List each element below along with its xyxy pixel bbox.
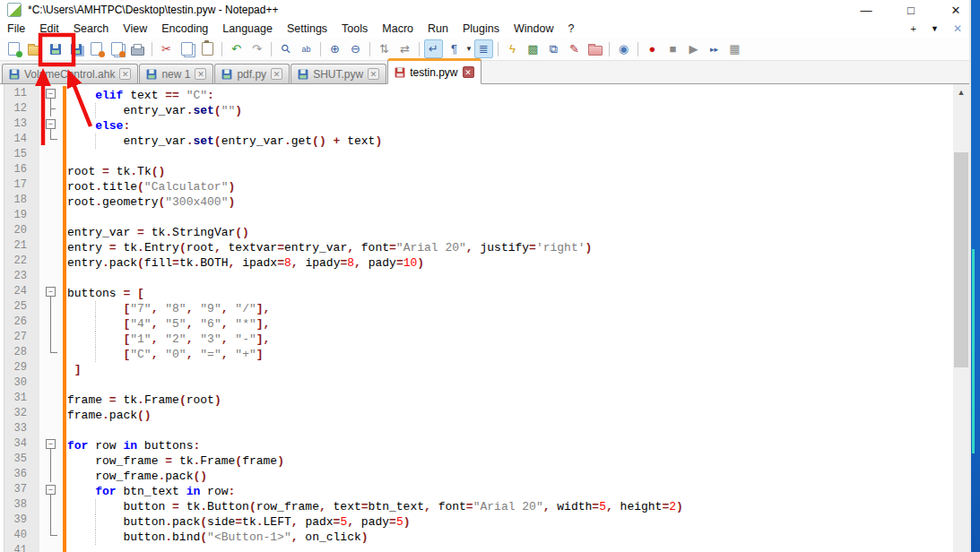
fold-collapse-icon[interactable]: − <box>46 485 56 495</box>
code-line[interactable]: ["C", "0", "=", "+"] <box>67 347 264 362</box>
code-line[interactable]: frame = tk.Frame(root) <box>67 392 221 408</box>
new-file-button[interactable] <box>4 39 23 58</box>
tab-close-icon[interactable]: ✕ <box>195 68 206 80</box>
tab-testin-pyw[interactable]: testin.pyw✕ <box>387 58 481 84</box>
menu-item-encoding[interactable]: Encoding <box>154 21 215 37</box>
folder-workspace-button[interactable] <box>585 39 604 58</box>
tab-new-1[interactable]: new 1✕ <box>139 64 213 83</box>
paste-button[interactable] <box>198 39 217 58</box>
show-all-chars-button[interactable]: ¶ <box>445 39 464 58</box>
tab-shut-pyw[interactable]: SHUT.pyw✕ <box>291 64 386 83</box>
cut-button[interactable]: ✂ <box>157 39 176 58</box>
print-button[interactable] <box>128 39 147 58</box>
tab-pdf-py[interactable]: pdf.py✕ <box>214 64 290 83</box>
word-wrap-button[interactable]: ↵ <box>424 39 443 58</box>
code-line[interactable]: button = tk.Button(row_frame, text=btn_t… <box>67 499 683 514</box>
code-line[interactable]: button.bind("<Button-1>", on_click) <box>67 530 369 545</box>
fold-marker[interactable]: − <box>39 482 63 497</box>
code-line[interactable]: entry_var = tk.StringVar() <box>67 225 249 240</box>
code-editor[interactable]: elif text == "C": entry_var.set("") else… <box>0 84 953 552</box>
sync-horizontal-button[interactable]: ⇄ <box>395 39 414 58</box>
user-dialog-button[interactable]: ϟ <box>503 39 522 58</box>
save-all-button[interactable] <box>66 39 85 58</box>
sync-vertical-button[interactable]: ⇅ <box>375 39 394 58</box>
code-line[interactable]: root.title("Calculator") <box>67 179 235 194</box>
fold-collapse-icon[interactable]: − <box>46 89 56 99</box>
code-line[interactable]: root.geometry("300x400") <box>67 194 235 210</box>
code-line[interactable]: root = tk.Tk() <box>67 164 165 179</box>
open-file-button[interactable] <box>25 39 44 58</box>
code-line[interactable]: for row in buttons: <box>67 438 200 453</box>
menu-item-language[interactable]: Language <box>215 21 280 37</box>
code-line[interactable]: buttons = [ <box>67 286 144 301</box>
menu-item-run[interactable]: Run <box>421 21 455 37</box>
tab-volumecontrol-ahk[interactable]: VolumeControl.ahk✕ <box>2 64 138 83</box>
replace-button[interactable]: ab <box>297 39 316 58</box>
macro-record-button[interactable]: ● <box>643 39 662 58</box>
code-line[interactable]: else: <box>67 118 130 134</box>
fold-collapse-icon[interactable]: − <box>46 287 56 297</box>
show-all-chars-dropdown[interactable]: ▼ <box>464 45 473 53</box>
code-line[interactable]: row_frame = tk.Frame(frame) <box>67 453 284 469</box>
save-button[interactable] <box>46 39 65 58</box>
zoom-out-button[interactable]: ⊖ <box>346 39 365 58</box>
minimize-button[interactable]: — <box>858 4 874 17</box>
fold-marker[interactable]: − <box>39 284 63 299</box>
code-line[interactable]: frame.pack() <box>67 408 152 423</box>
fold-marker[interactable]: − <box>39 86 63 101</box>
fold-collapse-icon[interactable]: − <box>46 119 56 129</box>
menu-item-file[interactable]: File <box>0 21 32 37</box>
code-line[interactable]: ["1", "2", "3", "-"], <box>67 332 270 347</box>
redo-button[interactable]: ↷ <box>247 39 266 58</box>
scrollbar-thumb[interactable] <box>954 152 968 367</box>
fold-marker[interactable]: − <box>39 116 63 132</box>
menu-item-tools[interactable]: Tools <box>334 21 375 37</box>
close-button[interactable]: ✕ <box>948 4 964 17</box>
zoom-in-button[interactable]: ⊕ <box>325 39 344 58</box>
function-list-button[interactable]: ✎ <box>565 39 584 58</box>
undo-button[interactable]: ↶ <box>227 39 246 58</box>
maximize-button[interactable]: □ <box>903 4 919 17</box>
chevron-down-icon[interactable]: ▼ <box>931 24 939 33</box>
scroll-up-arrow-icon[interactable]: ▲ <box>953 84 969 99</box>
menu-item-window[interactable]: Window <box>507 21 560 37</box>
close-icon[interactable]: ✕ <box>953 22 962 35</box>
code-line[interactable]: ["4", "5", "6", "*"], <box>67 316 270 332</box>
tab-close-icon[interactable]: ✕ <box>271 68 282 80</box>
plus-icon[interactable]: + <box>911 23 916 34</box>
find-button[interactable]: ⚲ <box>276 39 295 58</box>
code-line[interactable]: ["7", "8", "9", "/"], <box>67 301 270 316</box>
code-line[interactable]: entry_var.set("") <box>67 103 242 118</box>
document-map-button[interactable]: ▩ <box>524 39 542 58</box>
macro-stop-button[interactable]: ■ <box>663 39 682 58</box>
code-line[interactable]: entry_var.set(entry_var.get() + text) <box>67 134 382 149</box>
code-line[interactable]: entry = tk.Entry(root, textvar=entry_var… <box>67 240 592 255</box>
menu-item-search[interactable]: Search <box>66 21 117 37</box>
code-line[interactable]: for btn_text in row: <box>67 484 235 499</box>
macro-play-button[interactable]: ▶ <box>684 39 703 58</box>
code-area[interactable]: elif text == "C": entry_var.set("") else… <box>67 86 953 552</box>
fold-collapse-icon[interactable]: − <box>46 439 56 449</box>
indent-guide-button[interactable]: ≣ <box>474 39 493 58</box>
code-line[interactable]: button.pack(side=tk.LEFT, padx=5, pady=5… <box>67 514 411 530</box>
vertical-scrollbar[interactable]: ▲ <box>953 84 969 552</box>
doc-switcher-button[interactable]: ⧉ <box>544 39 563 58</box>
menu-item-macro[interactable]: Macro <box>375 21 421 37</box>
macro-run-multiple-button[interactable]: ▸▸ <box>705 39 724 58</box>
tab-close-icon[interactable]: ✕ <box>119 68 131 80</box>
menu-item-settings[interactable]: Settings <box>280 21 334 37</box>
menu-item-view[interactable]: View <box>116 21 154 37</box>
code-line[interactable]: ] <box>67 362 82 377</box>
monitoring-button[interactable]: ◉ <box>614 39 633 58</box>
tab-close-icon[interactable]: ✕ <box>463 66 474 78</box>
code-line[interactable]: elif text == "C": <box>67 88 214 103</box>
close-file-button[interactable] <box>87 39 106 58</box>
tab-close-icon[interactable]: ✕ <box>368 68 379 80</box>
close-all-button[interactable] <box>108 39 126 58</box>
menu-item-edit[interactable]: Edit <box>32 21 66 37</box>
code-line[interactable]: entry.pack(fill=tk.BOTH, ipadx=8, ipady=… <box>67 255 424 271</box>
menu-item-plugins[interactable]: Plugins <box>455 21 507 37</box>
macro-save-button[interactable]: ▦ <box>725 39 744 58</box>
fold-marker[interactable]: − <box>39 436 63 452</box>
copy-button[interactable] <box>178 39 196 58</box>
